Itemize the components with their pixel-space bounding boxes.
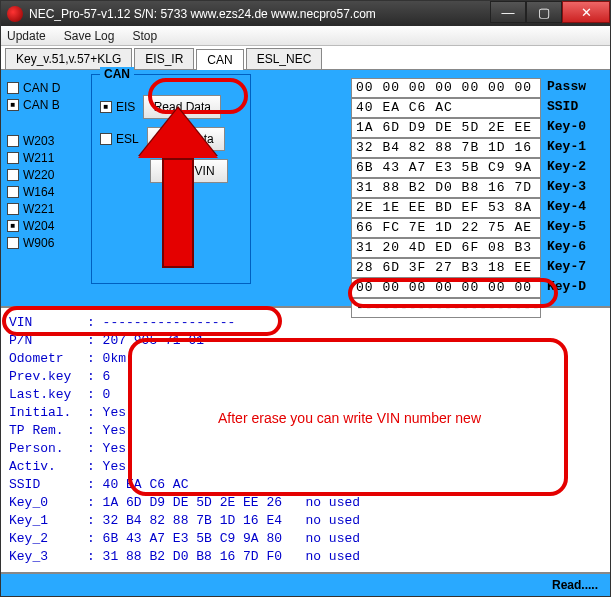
menu-stop[interactable]: Stop [132, 29, 157, 43]
save-data-button[interactable]: Save Data [147, 127, 225, 151]
hex-key1: 32 B4 82 88 7B 1D 16 E4 [351, 138, 541, 158]
info-panel: VIN : ----------------- P/N : 207 905 71… [1, 306, 610, 574]
can-group: CAN EIS Read Data ESL Save Data Write VI… [91, 74, 251, 284]
upper-panel: CAN D CAN B W203 W211 W220 W164 W221 W20… [1, 70, 610, 306]
read-data-button[interactable]: Read Data [143, 95, 221, 119]
info-key1: Key_1 : 32 B4 82 88 7B 1D 16 E4 no used [9, 512, 602, 530]
info-initial: Initial. : Yes [9, 404, 602, 422]
hex-key3: 31 88 B2 D0 B8 16 7D F0 [351, 178, 541, 198]
check-w164[interactable]: W164 [7, 185, 87, 199]
write-vin-button[interactable]: Write VIN [150, 159, 228, 183]
info-lastkey: Last.key : 0 [9, 386, 602, 404]
tab-bar: Key_v.51,v.57+KLG EIS_IR CAN ESL_NEC [1, 46, 610, 70]
statusbar: Read..... [1, 574, 610, 596]
check-can-b[interactable]: CAN B [7, 98, 87, 112]
menu-save-log[interactable]: Save Log [64, 29, 115, 43]
tab-esl-nec[interactable]: ESL_NEC [246, 48, 323, 69]
can-legend: CAN [100, 67, 134, 81]
status-text: Read..... [552, 578, 598, 592]
info-prevkey: Prev.key : 6 [9, 368, 602, 386]
hex-key5: 66 FC 7E 1D 22 75 AE FD [351, 218, 541, 238]
tab-can[interactable]: CAN [196, 49, 243, 70]
info-person: Person. : Yes [9, 440, 602, 458]
info-odo: Odometr : 0km [9, 350, 602, 368]
menubar: Update Save Log Stop [1, 26, 610, 46]
info-key2: Key_2 : 6B 43 A7 E3 5B C9 9A 80 no used [9, 530, 602, 548]
titlebar[interactable]: NEC_Pro-57-v1.12 S/N: 5733 www.ezs24.de … [1, 1, 610, 26]
hex-panel: 00 00 00 00 00 00 00 00Passw 40 EA C6 AC… [351, 78, 604, 318]
info-ssid: SSID : 40 EA C6 AC [9, 476, 602, 494]
check-eis[interactable]: EIS [100, 100, 135, 114]
tab-eis-ir[interactable]: EIS_IR [134, 48, 194, 69]
info-tprem: TP Rem. : Yes [9, 422, 602, 440]
hex-key0: 1A 6D D9 DE 5D 2E EE 26 [351, 118, 541, 138]
info-key3: Key_3 : 31 88 B2 D0 B8 16 7D F0 no used [9, 548, 602, 566]
check-can-d[interactable]: CAN D [7, 81, 87, 95]
info-key0: Key_0 : 1A 6D D9 DE 5D 2E EE 26 no used [9, 494, 602, 512]
check-w203[interactable]: W203 [7, 134, 87, 148]
window-title: NEC_Pro-57-v1.12 S/N: 5733 www.ezs24.de … [29, 7, 490, 21]
app-window: NEC_Pro-57-v1.12 S/N: 5733 www.ezs24.de … [0, 0, 611, 597]
hex-key4: 2E 1E EE BD EF 53 8A 97 [351, 198, 541, 218]
hex-keyd: 00 00 00 00 00 00 00 00 [351, 278, 541, 298]
check-esl[interactable]: ESL [100, 132, 139, 146]
menu-update[interactable]: Update [7, 29, 46, 43]
check-w906[interactable]: W906 [7, 236, 87, 250]
info-pn: P/N : 207 905 71 01 [9, 332, 602, 350]
hex-key2: 6B 43 A7 E3 5B C9 9A 80 [351, 158, 541, 178]
info-activ: Activ. : Yes [9, 458, 602, 476]
hex-passw: 00 00 00 00 00 00 00 00 [351, 78, 541, 98]
check-w221[interactable]: W221 [7, 202, 87, 216]
hex-dash: ----------------------- [351, 298, 541, 318]
app-icon [7, 6, 23, 22]
tab-key[interactable]: Key_v.51,v.57+KLG [5, 48, 132, 69]
maximize-button[interactable]: ▢ [526, 1, 562, 23]
minimize-button[interactable]: — [490, 1, 526, 23]
close-button[interactable]: ✕ [562, 1, 610, 23]
check-w211[interactable]: W211 [7, 151, 87, 165]
check-w220[interactable]: W220 [7, 168, 87, 182]
hex-key7: 28 6D 3F 27 B3 18 EE FE [351, 258, 541, 278]
hex-ssid: 40 EA C6 AC [351, 98, 541, 118]
hex-key6: 31 20 4D ED 6F 08 B3 64 [351, 238, 541, 258]
check-w204[interactable]: W204 [7, 219, 87, 233]
